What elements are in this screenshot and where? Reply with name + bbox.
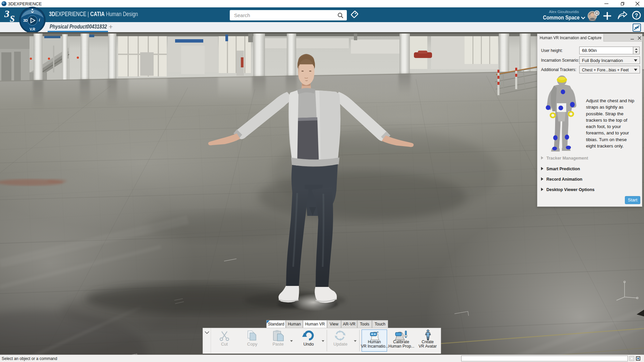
- svg-text:3D: 3D: [23, 18, 28, 22]
- svg-text:?: ?: [635, 13, 638, 18]
- svg-text:V.R: V.R: [30, 27, 35, 31]
- svg-text:3: 3: [4, 8, 9, 19]
- svg-text:S: S: [10, 14, 15, 23]
